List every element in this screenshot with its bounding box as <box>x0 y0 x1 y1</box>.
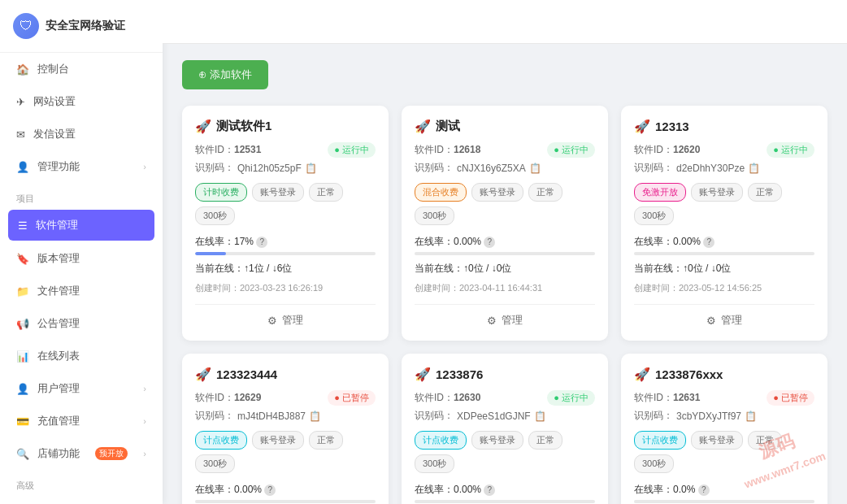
created-time: 创建时间：2023-04-11 16:44:31 <box>415 282 595 294</box>
status-badge: ● 已暂停 <box>328 390 376 406</box>
grid-icon: ☰ <box>18 219 28 232</box>
secret-code: XDPeeS1dGJNF <box>457 411 531 422</box>
sidebar-nav-item-firewall[interactable]: 🌐 云防火墙 <box>0 495 163 504</box>
status-badge: ● 运行中 <box>767 142 814 158</box>
gear-icon: ⚙ <box>487 315 497 327</box>
copy-icon[interactable]: 📋 <box>745 411 757 422</box>
sidebar-nav-item-version[interactable]: 🔖 版本管理 <box>0 242 163 275</box>
sidebar-item-label: 网站设置 <box>33 94 76 109</box>
secret-label: 识别码： <box>415 161 454 175</box>
tag: 账号登录 <box>252 183 304 202</box>
help-icon: ? <box>484 237 495 248</box>
card-title: 测试 <box>436 119 460 134</box>
chevron-right-icon: › <box>143 449 146 458</box>
app-title: 安全宝网络验证 <box>46 19 125 33</box>
help-icon: ? <box>703 237 715 248</box>
tag: 计点收费 <box>415 431 467 450</box>
software-card: 🚀 123323444 软件ID：12629 ● 已暂停 识别码： mJ4tDH… <box>182 354 389 504</box>
content-area: ⊕ 添加软件 🚀 测试软件1 软件ID：12531 ● 运行中 识别码： Qhi… <box>163 44 847 504</box>
sidebar-nav-item-recharge[interactable]: 💳 充值管理 › <box>0 405 163 437</box>
card-secret-row: 识别码： d2eDhhY30Pze 📋 <box>634 161 814 175</box>
software-card: 🚀 测试 软件ID：12618 ● 运行中 识别码： cNJX16y6Z5XA … <box>402 106 608 341</box>
card-secret-row: 识别码： mJ4tDH4BJ887 📋 <box>195 409 376 423</box>
copy-icon[interactable]: 📋 <box>529 163 541 174</box>
manage-button[interactable]: ⚙ 管理 <box>634 304 814 328</box>
tag: 300秒 <box>195 454 235 473</box>
sidebar-item-label: 管理功能 <box>37 159 80 174</box>
online-rate: 在线率：0.0% ? <box>634 483 814 497</box>
sidebar-nav-item-online-list[interactable]: 📊 在线列表 <box>0 340 163 372</box>
tag: 计时收费 <box>195 183 247 202</box>
copy-icon[interactable]: 📋 <box>534 411 546 422</box>
card-title: 1233876 <box>436 367 483 381</box>
sidebar-item-label: 公告管理 <box>37 316 80 331</box>
tag-row: 免激开放账号登录正常300秒 <box>634 183 814 225</box>
sidebar-nav-item-admin[interactable]: 👤 管理功能 › <box>0 150 163 183</box>
card-secret-row: 识别码： 3cbYDXyJTf97 📋 <box>634 409 814 423</box>
sidebar-nav-item-file[interactable]: 📁 文件管理 <box>0 275 163 307</box>
cards-grid: 🚀 测试软件1 软件ID：12531 ● 运行中 识别码： Qhi12h05z5… <box>182 106 827 504</box>
rocket-icon: 🚀 <box>634 119 650 134</box>
online-rate-bar <box>634 500 814 503</box>
tag: 账号登录 <box>471 431 523 450</box>
card-secret-row: 识别码： Qhi12h05z5pF 📋 <box>195 161 376 175</box>
tag-row: 计点收费账号登录正常300秒 <box>634 431 814 473</box>
sidebar-nav-item-email[interactable]: ✉ 发信设置 <box>0 118 163 150</box>
card-software-id: 软件ID：12630 <box>415 391 480 405</box>
secret-code: cNJX16y6Z5XA <box>457 163 526 174</box>
folder-icon: 📁 <box>16 285 29 298</box>
created-time: 创建时间：2023-03-23 16:26:19 <box>195 282 376 294</box>
add-software-button[interactable]: ⊕ 添加软件 <box>182 60 268 89</box>
users-icon: 👤 <box>16 383 29 395</box>
sidebar-nav-item-website[interactable]: ✈ 网站设置 <box>0 85 163 118</box>
secret-code: 3cbYDXyJTf97 <box>676 411 741 422</box>
user-icon: 👤 <box>16 161 29 173</box>
online-count: 当前在线：↑0位 / ↓0位 <box>415 262 595 276</box>
sidebar-item-label: 发信设置 <box>33 127 76 141</box>
online-rate-bar <box>415 252 595 255</box>
tag-row: 计点收费账号登录正常300秒 <box>415 431 595 473</box>
tag: 账号登录 <box>691 183 743 202</box>
sidebar-nav-item-announcement[interactable]: 📢 公告管理 <box>0 307 163 340</box>
megaphone-icon: 📢 <box>16 318 29 330</box>
rocket-icon: 🚀 <box>195 119 211 134</box>
rocket-icon: 🚀 <box>634 367 650 382</box>
mail-icon: ✉ <box>16 128 25 141</box>
card-title: 12313 <box>655 119 689 133</box>
sidebar-logo: 🛡 安全宝网络验证 <box>0 0 163 53</box>
chevron-right-icon: › <box>143 162 146 172</box>
software-card: 🚀 测试软件1 软件ID：12531 ● 运行中 识别码： Qhi12h05z5… <box>182 106 389 341</box>
software-card: 🚀 1233876xxx 软件ID：12631 ● 已暂停 识别码： 3cbYD… <box>621 354 827 504</box>
section-advanced-label: 高级 <box>0 470 163 495</box>
gear-icon: ⚙ <box>706 315 716 327</box>
rocket-icon: 🚀 <box>415 119 431 134</box>
manage-button[interactable]: ⚙ 管理 <box>195 304 376 328</box>
tag: 300秒 <box>634 206 674 225</box>
sidebar-nav-item-software[interactable]: ☰ 软件管理 <box>8 210 154 241</box>
status-badge: ● 已暂停 <box>767 390 814 406</box>
tag: 300秒 <box>415 206 454 225</box>
tag-row: 混合收费账号登录正常300秒 <box>415 183 595 225</box>
secret-label: 识别码： <box>195 161 234 175</box>
sidebar-nav-item-users[interactable]: 👤 用户管理 › <box>0 372 163 405</box>
sidebar-nav-item-console[interactable]: 🏠 控制台 <box>0 53 163 85</box>
online-rate: 在线率：0.00% ? <box>195 483 376 497</box>
manage-button[interactable]: ⚙ 管理 <box>415 304 595 328</box>
tag: 正常 <box>748 431 782 450</box>
card-software-id: 软件ID：12531 <box>195 143 261 157</box>
tag: 300秒 <box>634 454 674 473</box>
sidebar-nav-item-store[interactable]: 🔍 店铺功能 预开放 › <box>0 437 163 470</box>
home-icon: 🏠 <box>16 63 29 76</box>
rocket-icon: 🚀 <box>195 367 211 382</box>
copy-icon[interactable]: 📋 <box>305 163 317 174</box>
sidebar-item-label: 版本管理 <box>37 251 80 266</box>
online-rate: 在线率：17% ? <box>195 235 376 249</box>
online-rate-fill <box>195 252 226 255</box>
copy-icon[interactable]: 📋 <box>309 411 321 422</box>
tag: 账号登录 <box>471 183 523 202</box>
tag: 正常 <box>748 183 782 202</box>
copy-icon[interactable]: 📋 <box>748 163 760 174</box>
tag: 正常 <box>528 431 562 450</box>
secret-code: d2eDhhY30Pze <box>676 163 745 174</box>
tag: 计点收费 <box>634 431 686 450</box>
